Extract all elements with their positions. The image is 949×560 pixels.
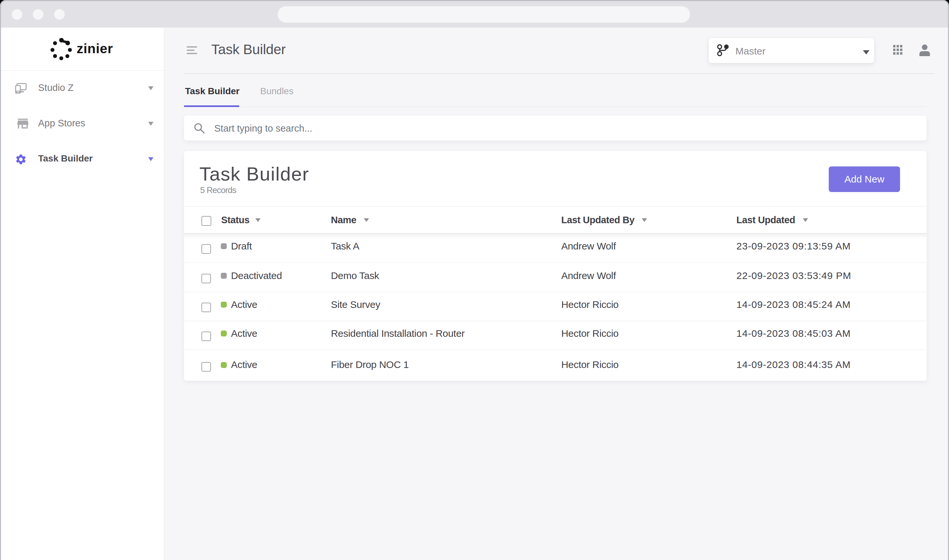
svg-text:zinier: zinier	[77, 41, 113, 56]
